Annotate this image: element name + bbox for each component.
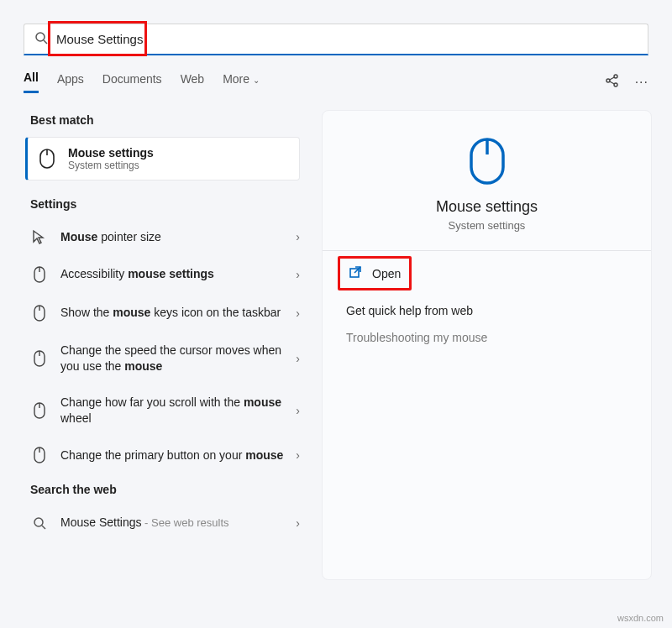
svg-point-3 — [614, 75, 617, 78]
settings-heading: Settings — [7, 189, 315, 219]
preview-title: Mouse settings — [343, 198, 631, 216]
chevron-right-icon: › — [296, 404, 300, 417]
settings-result-row[interactable]: Accessibility mouse settings› — [7, 255, 315, 294]
settings-result-row[interactable]: Change the speed the cursor moves when y… — [7, 332, 315, 385]
svg-line-5 — [609, 77, 614, 80]
watermark: wsxdn.com — [617, 613, 664, 623]
settings-result-label: Show the mouse keys icon on the taskbar — [60, 305, 284, 321]
search-bar[interactable]: Mouse Settings — [24, 24, 648, 55]
mouse-icon — [30, 349, 49, 368]
best-match-result[interactable]: Mouse settings System settings — [25, 137, 300, 181]
best-match-subtitle: System settings — [68, 160, 154, 171]
chevron-right-icon: › — [296, 306, 300, 320]
tab-documents[interactable]: Documents — [102, 72, 162, 92]
svg-line-20 — [42, 526, 45, 529]
more-options-icon[interactable]: ··· — [635, 75, 648, 90]
web-result-row[interactable]: Mouse Settings - See web results › — [7, 505, 315, 541]
tab-more[interactable]: More⌄ — [223, 72, 260, 92]
tab-all[interactable]: All — [24, 71, 39, 93]
filter-tabs: All Apps Documents Web More⌄ ··· — [24, 71, 648, 93]
svg-line-1 — [44, 40, 47, 44]
svg-point-2 — [606, 79, 610, 82]
mouse-icon — [30, 446, 49, 464]
svg-point-0 — [36, 33, 45, 41]
settings-result-label: Change the primary button on your mouse — [60, 447, 284, 463]
svg-point-4 — [614, 83, 617, 86]
preview-subtitle: System settings — [343, 219, 631, 232]
settings-result-row[interactable]: Change how far you scroll with the mouse… — [7, 385, 315, 437]
preview-pane: Mouse settings System settings Open Get … — [322, 110, 652, 580]
open-label: Open — [372, 267, 401, 280]
tab-web[interactable]: Web — [181, 72, 205, 92]
share-icon[interactable] — [605, 73, 620, 91]
chevron-right-icon: › — [296, 352, 300, 365]
svg-line-24 — [354, 267, 360, 273]
search-window: Mouse Settings All Apps Documents Web Mo… — [0, 24, 672, 628]
web-result-label: Mouse Settings - See web results — [60, 515, 284, 531]
search-query-text: Mouse Settings — [56, 32, 143, 46]
mouse-icon — [30, 304, 49, 322]
open-action[interactable]: Open — [338, 256, 412, 290]
settings-result-row[interactable]: Mouse pointer size› — [7, 219, 315, 255]
svg-point-19 — [34, 518, 43, 526]
preview-mouse-icon — [343, 136, 631, 186]
pointer-icon — [30, 229, 49, 244]
chevron-right-icon: › — [296, 268, 300, 281]
settings-result-label: Accessibility mouse settings — [60, 266, 284, 282]
settings-result-label: Mouse pointer size — [60, 229, 284, 245]
best-match-heading: Best match — [7, 105, 315, 135]
search-web-heading: Search the web — [7, 474, 315, 505]
search-icon — [30, 516, 49, 530]
settings-result-label: Change the speed the cursor moves when y… — [60, 343, 284, 374]
main-area: Best match Mouse settings System setting… — [0, 105, 672, 580]
mouse-icon — [30, 401, 49, 420]
best-match-title: Mouse settings — [68, 146, 154, 160]
svg-line-6 — [609, 81, 614, 84]
chevron-right-icon: › — [296, 448, 300, 462]
tab-apps[interactable]: Apps — [57, 72, 84, 92]
help-link-troubleshooting[interactable]: Troubleshooting my mouse — [343, 322, 631, 353]
chevron-right-icon: › — [296, 230, 300, 243]
results-pane: Best match Mouse settings System setting… — [0, 105, 315, 580]
chevron-right-icon: › — [296, 516, 300, 530]
search-icon — [34, 31, 48, 47]
quick-help-heading: Get quick help from web — [343, 290, 631, 322]
divider — [323, 250, 651, 251]
mouse-icon — [30, 265, 49, 284]
settings-result-label: Change how far you scroll with the mouse… — [60, 395, 284, 427]
settings-result-row[interactable]: Change the primary button on your mouse› — [7, 436, 315, 474]
mouse-icon — [36, 148, 58, 170]
settings-result-row[interactable]: Show the mouse keys icon on the taskbar› — [7, 294, 315, 332]
open-external-icon — [349, 265, 362, 281]
chevron-down-icon: ⌄ — [253, 76, 260, 85]
